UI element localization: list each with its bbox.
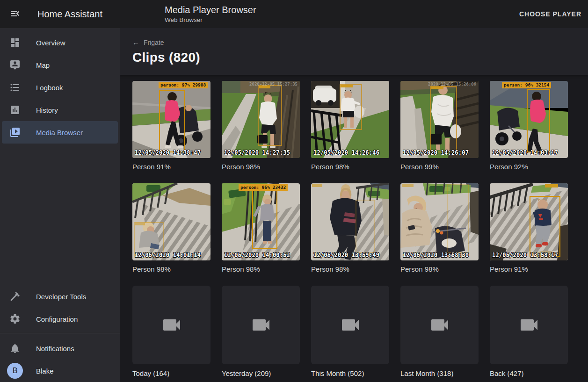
page-heading: Clips (820) [132,50,575,65]
camera-overlay-timestamp: 2020-12-05 15:26:06 [428,82,476,86]
page-title: Media Player Browser [165,4,256,15]
clip-thumbnail[interactable]: 12/05/2020 14:01:14 [132,183,211,260]
video-camera-icon [250,314,272,336]
sidebar-item-history[interactable]: History [0,99,120,121]
map-account-icon [9,59,21,71]
clip-card[interactable]: person: 96% 32154 12/05/2020 14:03:17 Pe… [490,81,568,171]
clip-scene-image [311,81,389,158]
clip-timestamp: 12/05/2020 14:26:07 [403,149,469,156]
clip-scene-image [132,183,211,260]
clip-scene-image [490,183,568,260]
clip-caption: Person 98% [222,163,300,171]
folder-thumbnail[interactable] [400,286,479,364]
clip-thumbnail[interactable]: 12/05/2020 13:59:49 [311,183,389,260]
sidebar-item-user-profile[interactable]: B Blake [0,360,120,382]
video-camera-icon [428,314,451,336]
folder-caption: Back (427) [490,369,568,377]
clip-caption: Person 98% [311,265,389,273]
sidebar-item-overview[interactable]: Overview [0,31,120,54]
sidebar-item-map[interactable]: Map [0,54,120,76]
arrow-left-icon: ← [132,38,139,46]
clip-thumbnail[interactable]: 12/05/2020 14:26:46 [311,81,389,158]
page-subtitle: Web Browser [165,16,256,23]
folder-card-last-month[interactable]: Last Month (318) [400,286,479,377]
clip-card[interactable]: 2020-12-05 15:27:35 12/05/2020 14:27:35 … [222,81,300,171]
clip-timestamp: 12/05/2020 14:26:46 [313,149,379,156]
breadcrumb-label: Frigate [144,39,164,46]
clip-thumbnail[interactable]: person: 97% 29988 12/05/2020 14:38:47 [132,81,211,158]
folder-caption: Today (164) [132,369,211,377]
clip-card[interactable]: person: 95% 23432 12/05/2020 14:00:52 Pe… [222,183,300,273]
sidebar-item-label: Logbook [36,84,63,92]
clip-caption: Person 98% [132,265,211,273]
menu-open-icon [9,8,21,21]
folder-caption: Yesterday (209) [222,369,300,377]
hammer-icon [9,291,21,302]
clip-caption: Person 91% [490,265,568,273]
clip-timestamp: 12/05/2020 13:59:49 [313,251,379,259]
clip-card[interactable]: 2020-12-05 15:26:06 12/05/2020 14:26:07 … [400,81,479,171]
clip-timestamp: 12/05/2020 14:00:52 [224,251,290,259]
clip-scene-image [132,81,211,158]
clip-card[interactable]: 12/05/2020 14:26:46 Person 98% [311,81,389,171]
clip-timestamp: 12/05/2020 14:01:14 [135,251,201,259]
sidebar-item-configuration[interactable]: Configuration [0,308,120,330]
clip-timestamp: 12/05/2020 14:38:47 [135,149,201,156]
media-browser-content: ← Frigate Clips (820) [120,28,588,382]
clip-timestamp: 12/05/2020 13:58:17 [492,251,558,259]
chart-icon [9,104,21,115]
topbar-left-section: Home Assistant [0,4,120,24]
clip-caption: Person 92% [490,163,568,171]
folder-thumbnail[interactable] [132,286,211,364]
clip-timestamp: 12/05/2020 14:27:35 [224,149,290,156]
sidebar-toggle-button[interactable] [5,4,25,24]
folder-thumbnail[interactable] [222,286,300,364]
sidebar-item-label: Notifications [36,345,74,353]
folder-thumbnail[interactable] [311,286,389,364]
clip-card[interactable]: 12/05/2020 13:58:30 Person 98% [400,183,479,273]
breadcrumb[interactable]: ← Frigate [132,28,164,46]
folder-card-back[interactable]: Back (427) [490,286,568,377]
clip-scene-image [222,81,300,158]
clip-thumbnail[interactable]: person: 96% 32154 12/05/2020 14:03:17 [490,81,568,158]
sidebar-item-developer-tools[interactable]: Developer Tools [0,285,120,308]
folder-card-this-month[interactable]: This Month (502) [311,286,389,377]
media-browser-header: ← Frigate Clips (820) [120,28,588,75]
bell-icon [9,343,21,354]
clip-thumbnail[interactable]: 12/05/2020 13:58:30 [400,183,479,260]
sidebar-item-notifications[interactable]: Notifications [0,337,120,360]
clip-thumbnail[interactable]: person: 95% 23432 12/05/2020 14:00:52 [222,183,300,260]
folder-thumbnail[interactable] [490,286,568,364]
list-icon [9,82,21,93]
sidebar-item-label: Developer Tools [36,293,86,301]
clip-card[interactable]: 12/05/2020 14:01:14 Person 98% [132,183,211,273]
gear-icon [9,313,21,324]
media-player-header: Media Player Browser Web Browser [165,4,256,23]
clips-grid: person: 97% 29988 12/05/2020 14:38:47 Pe… [120,75,588,377]
clip-card[interactable]: 12/05/2020 13:59:49 Person 98% [311,183,389,273]
sidebar-item-logbook[interactable]: Logbook [0,76,120,99]
sidebar-item-label: Configuration [36,315,78,323]
media-browser-icon [9,127,21,138]
clip-caption: Person 98% [311,163,389,171]
detection-label: person: 96% 32154 [502,82,551,88]
clip-thumbnail[interactable]: 2020-12-05 15:26:06 12/05/2020 14:26:07 [400,81,479,158]
sidebar: Overview Map Logbook History Media Brows… [0,28,120,382]
folder-card-today[interactable]: Today (164) [132,286,211,377]
clip-card[interactable]: 12/05/2020 13:58:17 Person 91% [490,183,568,273]
clip-card[interactable]: person: 97% 29988 12/05/2020 14:38:47 Pe… [132,81,211,171]
clip-caption: Person 99% [400,163,479,171]
video-camera-icon [160,314,183,336]
sidebar-spacer [0,144,120,285]
video-camera-icon [518,314,540,336]
folder-caption: This Month (502) [311,369,389,377]
folder-card-yesterday[interactable]: Yesterday (209) [222,286,300,377]
sidebar-item-media-browser[interactable]: Media Browser [2,121,118,144]
clip-scene-image [311,183,389,260]
clip-thumbnail[interactable]: 2020-12-05 15:27:35 12/05/2020 14:27:35 [222,81,300,158]
sidebar-item-label: Blake [36,367,54,375]
clip-timestamp: 12/05/2020 13:58:30 [403,251,469,259]
choose-player-button[interactable]: CHOOSE PLAYER [519,0,581,28]
clip-scene-image [222,183,300,260]
clip-thumbnail[interactable]: 12/05/2020 13:58:17 [490,183,568,260]
